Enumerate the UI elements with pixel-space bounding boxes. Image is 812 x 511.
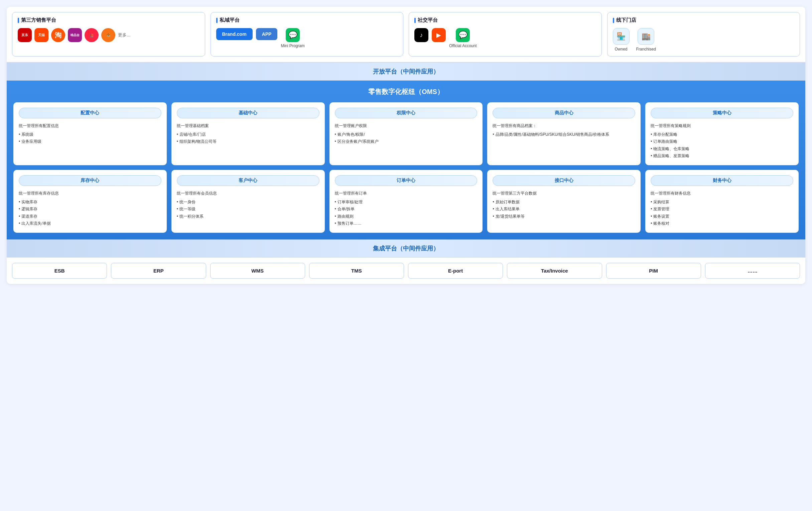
- strategy-center-card: 策略中心 统一管理所有策略规则 库存分配策略 订单路由策略 物流策略、仓库策略 …: [645, 102, 799, 165]
- strategy-desc-main: 统一管理所有策略规则: [650, 123, 793, 130]
- strategy-bullet-3: 物流策略、仓库策略: [650, 145, 793, 153]
- config-bullet-1: 系统级: [19, 131, 162, 138]
- auth-center-title: 权限中心: [335, 108, 477, 118]
- interface-center-title: 接口中心: [493, 175, 635, 186]
- order-center-card: 订单中心 统一管理所有订单 订单审核/处理 合单/拆单 路由规则 预售订单……: [329, 170, 483, 233]
- private-domain-card: 私域平台 Brand.com APP 💬 Mini Program: [210, 12, 404, 56]
- oms-grid: 配置中心 统一管理所有配置信息 系统级 业务应用级 基础中心 统一管理基础档案 …: [13, 102, 799, 233]
- inventory-center-desc: 统一管理所有库存信息 实物库存 逻辑库存 渠道库存 出入库流失/单据: [19, 190, 162, 227]
- social-platform-icons: ♪ ▶ 💬 Official Account: [414, 28, 596, 48]
- oms-title: 零售数字化枢纽（OMS）: [13, 87, 799, 96]
- third-party-icons: 京东 天猫 淘 唯品合 📕 🐯 更多...: [18, 28, 200, 42]
- customer-center-card: 客户中心 统一管理所有会员信息 统一身份 统一等级 统一积分体系: [171, 170, 325, 233]
- channel-section: 第三方销售平台 京东 天猫 淘 唯品合 📕 🐯 更多... 私域平台 Brand…: [7, 7, 805, 62]
- strategy-center-desc: 统一管理所有策略规则 库存分配策略 订单路由策略 物流策略、仓库策略 赠品策略、…: [650, 123, 793, 160]
- eport-card[interactable]: E-port: [408, 263, 503, 278]
- erp-card[interactable]: ERP: [111, 263, 206, 278]
- mini-program-wechat-icon: 💬: [286, 28, 300, 42]
- owned-store-icon: 🏪: [613, 28, 630, 45]
- brand-com-button[interactable]: Brand.com: [216, 28, 253, 40]
- base-desc-main: 统一管理基础档案: [177, 123, 319, 130]
- finance-bullet-2: 发票管理: [650, 206, 793, 213]
- strategy-bullet-2: 订单路由策略: [650, 138, 793, 145]
- customer-center-title: 客户中心: [177, 175, 319, 186]
- private-domain-title: 私域平台: [216, 17, 398, 23]
- more-card[interactable]: ……: [705, 263, 800, 278]
- interface-center-desc: 统一管理第三方平台数据 原始订单数据 出入库结果单 发/退货结果单等: [493, 190, 635, 220]
- franchised-label: Franchised: [636, 47, 656, 52]
- third-party-card: 第三方销售平台 京东 天猫 淘 唯品合 📕 🐯 更多...: [12, 12, 205, 56]
- taobao-icon: 淘: [51, 28, 65, 42]
- inventory-desc-main: 统一管理所有库存信息: [19, 190, 162, 197]
- owned-store-wrap: 🏪 Owned: [613, 28, 630, 52]
- product-center-desc: 统一管理所有商品档案： 品牌/品类/属性/基础物料/SPU/SKU/组合SKU/…: [493, 123, 635, 138]
- offline-store-title: 线下门店: [613, 17, 794, 23]
- social-platform-title: 社交平台: [414, 17, 596, 23]
- config-bullet-2: 业务应用级: [19, 138, 162, 145]
- interface-bullet-2: 出入库结果单: [493, 206, 635, 213]
- base-bullet-2: 组织架构/物流公司等: [177, 138, 319, 145]
- inventory-center-card: 库存中心 统一管理所有库存信息 实物库存 逻辑库存 渠道库存 出入库流失/单据: [13, 170, 167, 233]
- tiger-icon: 🐯: [101, 28, 115, 42]
- auth-desc-main: 统一管理账户权限: [335, 123, 477, 130]
- official-wechat-icon: 💬: [456, 28, 470, 42]
- order-center-title: 订单中心: [335, 175, 477, 186]
- app-button[interactable]: APP: [256, 28, 278, 40]
- customer-center-desc: 统一管理所有会员信息 统一身份 统一等级 统一积分体系: [177, 190, 319, 220]
- integration-platform-label: 集成平台（中间件应用）: [373, 245, 439, 252]
- inventory-bullet-3: 渠道库存: [19, 213, 162, 220]
- auth-center-card: 权限中心 统一管理账户权限 账户/角色/权限/ 区分业务账户/系统账户: [329, 102, 483, 165]
- offline-store-card: 线下门店 🏪 Owned 🏬 Franchised: [607, 12, 800, 56]
- base-center-desc: 统一管理基础档案 店铺/仓库/门店 组织架构/物流公司等: [177, 123, 319, 145]
- main-container: 第三方销售平台 京东 天猫 淘 唯品合 📕 🐯 更多... 私域平台 Brand…: [7, 7, 805, 284]
- strategy-bullet-1: 库存分配策略: [650, 131, 793, 138]
- customer-bullet-2: 统一等级: [177, 206, 319, 213]
- tmall-icon: 天猫: [34, 28, 49, 42]
- finance-center-title: 财务中心: [650, 175, 793, 186]
- interface-bullet-1: 原始订单数据: [493, 199, 635, 206]
- finance-desc-main: 统一管理所有财务信息: [650, 190, 793, 197]
- inventory-bullet-2: 逻辑库存: [19, 206, 162, 213]
- customer-desc-main: 统一管理所有会员信息: [177, 190, 319, 197]
- product-desc-main: 统一管理所有商品档案：: [493, 123, 635, 130]
- esb-card[interactable]: ESB: [12, 263, 107, 278]
- finance-bullet-4: 账务核对: [650, 220, 793, 227]
- open-platform-banner: 开放平台（中间件应用）: [7, 62, 805, 81]
- private-domain-icons: Brand.com APP 💬 Mini Program: [216, 28, 398, 48]
- order-bullet-4: 预售订单……: [335, 220, 477, 227]
- social-platform-card: 社交平台 ♪ ▶ 💬 Official Account: [409, 12, 602, 56]
- pim-card[interactable]: PIM: [606, 263, 701, 278]
- order-bullet-2: 合单/拆单: [335, 206, 477, 213]
- strategy-bullet-4: 赠品策略、发票策略: [650, 153, 793, 160]
- finance-center-card: 财务中心 统一管理所有财务信息 采购结算 发票管理 账务设置 账务核对: [645, 170, 799, 233]
- auth-bullet-2: 区分业务账户/系统账户: [335, 138, 477, 145]
- product-center-card: 商品中心 统一管理所有商品档案： 品牌/品类/属性/基础物料/SPU/SKU/组…: [487, 102, 641, 165]
- xhs-icon: 📕: [85, 28, 98, 42]
- base-bullet-1: 店铺/仓库/门店: [177, 131, 319, 138]
- interface-center-card: 接口中心 统一管理第三方平台数据 原始订单数据 出入库结果单 发/退货结果单等: [487, 170, 641, 233]
- finance-bullet-3: 账务设置: [650, 213, 793, 220]
- systems-section: ESB ERP WMS TMS E-port Tax/Invoice PIM ……: [7, 258, 805, 284]
- customer-bullet-3: 统一积分体系: [177, 213, 319, 220]
- config-center-desc: 统一管理所有配置信息 系统级 业务应用级: [19, 123, 162, 145]
- kwai-icon: ▶: [432, 28, 446, 42]
- official-account-label: Official Account: [449, 44, 477, 48]
- tax-invoice-card[interactable]: Tax/Invoice: [507, 263, 602, 278]
- third-party-title: 第三方销售平台: [18, 17, 200, 23]
- wms-card[interactable]: WMS: [210, 263, 305, 278]
- mini-program-label: Mini Program: [281, 44, 304, 48]
- wph-icon: 唯品合: [68, 28, 82, 42]
- finance-bullet-1: 采购结算: [650, 199, 793, 206]
- base-center-card: 基础中心 统一管理基础档案 店铺/仓库/门店 组织架构/物流公司等: [171, 102, 325, 165]
- tms-card[interactable]: TMS: [309, 263, 404, 278]
- offline-store-icons: 🏪 Owned 🏬 Franchised: [613, 28, 794, 52]
- strategy-center-title: 策略中心: [650, 108, 793, 118]
- franchised-store-icon: 🏬: [638, 28, 654, 45]
- interface-bullet-3: 发/退货结果单等: [493, 213, 635, 220]
- product-center-title: 商品中心: [493, 108, 635, 118]
- auth-center-desc: 统一管理账户权限 账户/角色/权限/ 区分业务账户/系统账户: [335, 123, 477, 145]
- order-bullet-1: 订单审核/处理: [335, 199, 477, 206]
- config-center-title: 配置中心: [19, 108, 162, 118]
- finance-center-desc: 统一管理所有财务信息 采购结算 发票管理 账务设置 账务核对: [650, 190, 793, 227]
- config-center-card: 配置中心 统一管理所有配置信息 系统级 业务应用级: [13, 102, 167, 165]
